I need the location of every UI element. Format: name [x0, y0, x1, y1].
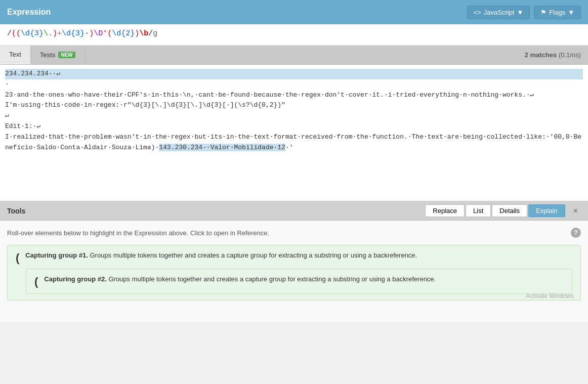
tools-buttons: Replace List Details Explain ×: [425, 204, 581, 217]
close-icon[interactable]: ×: [570, 205, 581, 217]
tab-tests[interactable]: Tests NEW: [31, 46, 85, 64]
expr-D: \D: [94, 29, 103, 38]
flag-icon: ⚑: [540, 9, 547, 16]
javascript-button[interactable]: <> JavaScript ▼: [467, 6, 530, 19]
text-area-wrapper[interactable]: 234.234.234-·↵· 23·and·the·ones·who·have…: [0, 65, 588, 201]
header-buttons: <> JavaScript ▼ ⚑ Flags ▼: [467, 6, 581, 19]
text-content[interactable]: 234.234.234-·↵· 23·and·the·ones·who·have…: [0, 65, 588, 157]
tabs-left: Text Tests NEW: [0, 46, 85, 64]
new-badge: NEW: [58, 52, 75, 58]
rollover-hint: Roll-over elements below to highlight in…: [7, 228, 581, 238]
expr-paren4: ): [89, 29, 94, 38]
details-button[interactable]: Details: [492, 204, 527, 217]
expr-star: *: [103, 29, 107, 38]
explain-button[interactable]: Explain: [528, 204, 565, 217]
chevron-down-icon-2: ▼: [568, 9, 574, 16]
expr-d2: \d{2}: [112, 29, 135, 38]
expr-dash: -: [85, 29, 89, 38]
header-title: Expression: [7, 8, 51, 17]
expression-bar: /((\d{3}\.)+\d{3}-)\D*(\d{2})\b/g: [0, 24, 588, 46]
header: Expression <> JavaScript ▼ ⚑ Flags ▼: [0, 0, 588, 24]
help-icon[interactable]: ?: [571, 228, 581, 238]
expr-paren5: (: [107, 29, 112, 38]
tabs-right: 2 matches (0.1ms): [525, 51, 588, 59]
matches-count: 2 matches: [525, 51, 557, 59]
tab-text[interactable]: Text: [0, 46, 31, 64]
expr-paren1: (: [12, 29, 16, 38]
cursor-line: ·: [5, 80, 9, 88]
expr-d3: \d{3}: [21, 29, 44, 38]
tabs-bar: Text Tests NEW 2 matches (0.1ms): [0, 46, 588, 65]
highlight-match-2: 143.230.234-·Valor·Mobilidade·12: [159, 144, 285, 151]
expr-paren3: ): [53, 29, 57, 38]
tools-header: Tools Replace List Details Explain ×: [0, 201, 588, 221]
expr-b: \b: [139, 29, 148, 38]
tools-title: Tools: [7, 207, 25, 215]
text-line-2: 23·and·the·ones·who·have·their·CPF's·in·…: [5, 91, 581, 151]
list-button[interactable]: List: [466, 204, 491, 217]
watermark: Activate Windows: [526, 292, 574, 300]
expr-d3-2: \d{3}: [62, 29, 85, 38]
replace-button[interactable]: Replace: [425, 204, 465, 217]
capture-paren-1: (: [16, 252, 19, 264]
capture-header-2: ( Capturing group #2. Groups multiple to…: [34, 275, 564, 287]
capture-group-2[interactable]: ( Capturing group #2. Groups multiple to…: [26, 269, 572, 294]
flags-button[interactable]: ⚑ Flags ▼: [534, 6, 581, 19]
expr-flag: g: [153, 29, 157, 38]
tools-content: Roll-over elements below to highlight in…: [0, 221, 588, 322]
highlight-line-1: 234.234.234-·↵: [5, 69, 583, 79]
expr-dot: \.: [44, 29, 53, 38]
capture-paren-2: (: [34, 276, 38, 287]
capture-title-1: Capturing group #1. Groups multiple toke…: [25, 251, 572, 259]
capture-title-2: Capturing group #2. Groups multiple toke…: [44, 275, 564, 283]
expr-paren2: (: [16, 29, 21, 38]
capture-body-1: Capturing group #1. Groups multiple toke…: [25, 251, 572, 259]
chevron-down-icon: ▼: [517, 9, 523, 16]
expr-slash-open: /: [7, 29, 12, 38]
capture-body-2: Capturing group #2. Groups multiple toke…: [44, 275, 564, 283]
capture-header-1: ( Capturing group #1. Groups multiple to…: [16, 251, 572, 264]
text-line-end: ·': [285, 144, 293, 151]
expr-slash-close: /: [148, 29, 153, 38]
capture-group-1[interactable]: ( Capturing group #1. Groups multiple to…: [7, 245, 581, 301]
expr-paren6: ): [135, 29, 139, 38]
matches-time: (0.1ms): [559, 51, 581, 59]
code-icon: <>: [474, 9, 481, 16]
expr-plus: +: [57, 29, 62, 38]
